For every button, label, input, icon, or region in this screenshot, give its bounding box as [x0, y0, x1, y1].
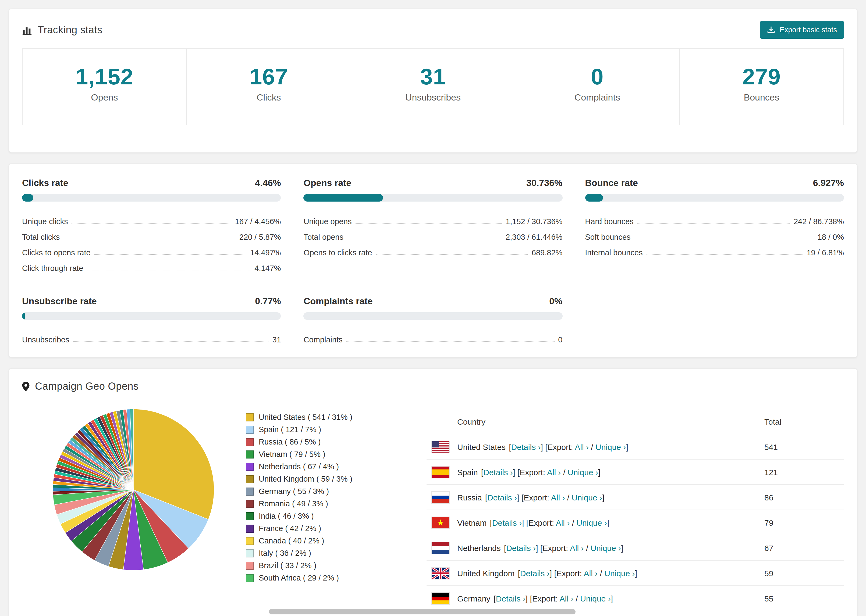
country-cell: Spain[Details ›] [Export: All › / Unique… [432, 467, 764, 478]
legend-label: Canada ( 40 / 2% ) [259, 537, 324, 545]
geo-content: United States ( 541 / 31% )Spain ( 121 /… [9, 407, 857, 611]
rate-title: Bounce rate [585, 178, 638, 189]
legend-item-brazil: Brazil ( 33 / 2% ) [246, 561, 410, 570]
metric-label: Clicks to opens rate [22, 248, 91, 257]
stat-label: Bounces [680, 93, 843, 104]
dotted-leader [647, 255, 803, 255]
country-name: Vietnam [457, 518, 487, 527]
export-all-link[interactable]: All › [584, 569, 598, 578]
export-all-link[interactable]: All › [575, 442, 589, 451]
stats-row: 1,152Opens167Clicks31Unsubscribes0Compla… [22, 49, 844, 126]
dotted-leader [356, 223, 502, 224]
export-all-link[interactable]: All › [547, 468, 561, 477]
export-prefix-label: Export: [548, 442, 575, 451]
metric-value: 2,303 / 61.446% [505, 233, 562, 242]
country-total: 55 [764, 594, 844, 603]
export-basic-stats-button[interactable]: Export basic stats [760, 21, 844, 39]
country-total: 59 [764, 569, 844, 578]
geo-row-spain: Spain[Details ›] [Export: All › / Unique… [427, 460, 844, 485]
country-cell: Vietnam[Details ›] [Export: All › / Uniq… [432, 517, 764, 528]
row-actions: [Details ›] [Export: All › / Unique ›] [504, 544, 624, 553]
legend-item-italy: Italy ( 36 / 2% ) [246, 549, 410, 558]
horizontal-scrollbar-thumb[interactable] [269, 609, 576, 614]
metric-row-unsubscribes: Unsubscribes31 [22, 329, 281, 344]
metric-label: Complaints [304, 336, 343, 344]
geo-card: Campaign Geo Opens United States ( 541 /… [9, 368, 857, 616]
geo-row-netherlands: Netherlands[Details ›] [Export: All › / … [427, 536, 844, 561]
flag-vn-icon [432, 517, 449, 528]
country-cell: United States[Details ›] [Export: All › … [432, 441, 764, 453]
export-all-link[interactable]: All › [570, 544, 584, 553]
rate-value: 0% [549, 297, 562, 307]
legend-label: United States ( 541 / 31% ) [259, 413, 352, 422]
export-prefix-label: Export: [542, 544, 570, 553]
rate-block-unsubscribe-rate: Unsubscribe rate0.77%Unsubscribes31 [22, 297, 281, 344]
export-unique-link[interactable]: Unique › [595, 442, 626, 451]
export-unique-link[interactable]: Unique › [604, 569, 635, 578]
tracking-stats-card: Tracking stats Export basic stats 1,152O… [9, 9, 857, 153]
rate-title: Complaints rate [304, 297, 373, 307]
geo-title-text: Campaign Geo Opens [35, 381, 139, 393]
geo-row-united-kingdom: United Kingdom[Details ›] [Export: All ›… [427, 561, 844, 586]
country-cell: Russia[Details ›] [Export: All › / Uniqu… [432, 492, 764, 503]
legend-swatch [246, 438, 254, 446]
export-all-link[interactable]: All › [556, 518, 570, 527]
stat-value: 1,152 [23, 64, 186, 90]
rate-title: Unsubscribe rate [22, 297, 97, 307]
flag-es-icon [432, 467, 449, 478]
export-unique-link[interactable]: Unique › [572, 493, 602, 502]
stat-value: 279 [680, 64, 843, 90]
export-unique-link[interactable]: Unique › [568, 468, 598, 477]
country-name: Netherlands [457, 544, 501, 553]
country-total: 541 [764, 442, 844, 451]
export-prefix-label: Export: [529, 518, 556, 527]
details-link[interactable]: Details › [496, 594, 526, 603]
legend-item-india: India ( 46 / 3% ) [246, 512, 410, 520]
rate-progress-fill [585, 194, 603, 202]
metric-label: Soft bounces [585, 233, 630, 242]
legend-swatch [246, 549, 254, 558]
stat-label: Unsubscribes [351, 93, 515, 104]
legend-label: France ( 42 / 2% ) [259, 524, 321, 533]
export-all-link[interactable]: All › [551, 493, 565, 502]
metric-label: Opens to clicks rate [304, 248, 372, 257]
metric-label: Unique clicks [22, 217, 68, 226]
details-link[interactable]: Details › [520, 569, 550, 578]
rate-value: 0.77% [255, 297, 281, 307]
metric-value: 18 / 0% [817, 233, 844, 242]
export-unique-link[interactable]: Unique › [576, 518, 607, 527]
details-link[interactable]: Details › [511, 442, 540, 451]
stat-cell-unsubscribes: 31Unsubscribes [351, 49, 515, 125]
dotted-leader [346, 342, 554, 342]
country-total: 79 [764, 518, 844, 527]
legend-swatch [246, 451, 254, 459]
legend-item-romania: Romania ( 49 / 3% ) [246, 500, 410, 508]
legend-swatch [246, 574, 254, 582]
row-actions: [Details ›] [Export: All › / Unique ›] [493, 594, 613, 603]
details-link[interactable]: Details › [483, 468, 513, 477]
details-link[interactable]: Details › [487, 493, 517, 502]
details-link[interactable]: Details › [506, 544, 536, 553]
legend-label: Russia ( 86 / 5% ) [259, 438, 321, 446]
map-pin-icon [22, 382, 30, 391]
dotted-leader [94, 255, 246, 255]
export-unique-link[interactable]: Unique › [590, 544, 621, 553]
details-link[interactable]: Details › [492, 518, 522, 527]
rate-title: Opens rate [304, 178, 351, 189]
rate-progress-bar [22, 313, 281, 320]
stat-cell-bounces: 279Bounces [679, 49, 843, 125]
legend-label: India ( 46 / 3% ) [259, 512, 314, 520]
metric-label: Click through rate [22, 264, 83, 273]
metric-value: 242 / 86.738% [794, 217, 844, 226]
rate-progress-bar [585, 194, 844, 202]
export-prefix-label: Export: [520, 468, 547, 477]
stat-cell-complaints: 0Complaints [515, 49, 679, 125]
rate-value: 30.736% [526, 178, 562, 189]
export-unique-link[interactable]: Unique › [580, 594, 611, 603]
rate-block-clicks-rate: Clicks rate4.46%Unique clicks167 / 4.456… [22, 178, 281, 273]
geo-pie-chart [51, 408, 216, 572]
country-cell: Netherlands[Details ›] [Export: All › / … [432, 542, 764, 554]
rates-grid: Clicks rate4.46%Unique clicks167 / 4.456… [22, 178, 844, 344]
export-all-link[interactable]: All › [560, 594, 574, 603]
dotted-leader [638, 223, 790, 224]
